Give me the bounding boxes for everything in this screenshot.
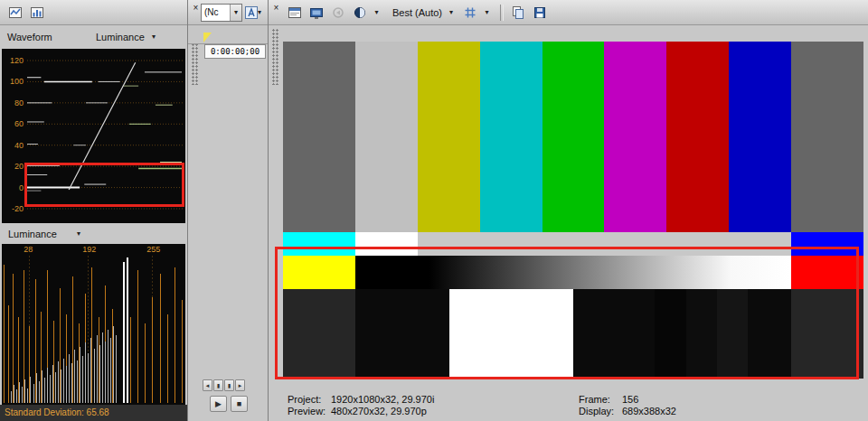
scope-settings-icon	[8, 5, 23, 20]
waveform-scope-display: 120100806040200-20	[2, 49, 185, 223]
status-preview-value: 480x270x32, 29.970p	[331, 406, 427, 416]
histogram-spike	[24, 379, 25, 403]
chevron-down-icon: ▾	[449, 9, 453, 16]
trimmer-ruler[interactable]	[188, 25, 268, 44]
preview-quality-value: Best (Auto)	[392, 7, 442, 18]
histogram-spike	[69, 354, 70, 403]
waveform-mode-dropdown[interactable]: Luminance ▾	[90, 29, 161, 45]
scopes-layout-button[interactable]	[27, 3, 47, 23]
save-snapshot-button[interactable]	[530, 3, 550, 23]
histogram-spike	[11, 391, 12, 403]
external-monitor-button[interactable]	[307, 3, 326, 23]
timecode-display[interactable]: 0:00:00;00	[204, 44, 266, 59]
play-button[interactable]: ▶	[210, 396, 227, 412]
histogram-spike	[4, 265, 5, 403]
histogram-spike	[160, 274, 161, 403]
split-screen-options-arrow[interactable]: ▾	[372, 3, 382, 23]
colorbar-segment	[748, 289, 791, 379]
video-output-fx-button[interactable]	[328, 3, 348, 23]
video-preview-panel: ▾ Best (Auto) ▾ ▾ × Project: 1920x1080x3…	[269, 0, 868, 421]
toolbar-separator	[500, 5, 504, 21]
stop-button[interactable]: ■	[231, 396, 248, 412]
histogram-spike	[182, 300, 183, 403]
scope-layout-icon	[30, 5, 44, 20]
histogram-spike	[39, 381, 40, 403]
histogram-spike	[14, 385, 14, 403]
scopes-settings-button[interactable]	[5, 3, 25, 23]
histogram-plot	[2, 256, 185, 403]
colorbar-segment	[283, 42, 355, 232]
colorbar-segment	[791, 232, 863, 256]
colorbar-segment	[655, 289, 685, 379]
scopes-toolbar	[0, 0, 187, 25]
histogram-spike	[175, 267, 175, 403]
histogram-spike	[123, 262, 125, 403]
waveform-mode-value: Luminance	[96, 32, 145, 42]
colorbar-segment	[791, 256, 863, 289]
svg-text:120: 120	[10, 56, 24, 65]
histogram-scale-label: 255	[146, 245, 160, 254]
split-screen-view-button[interactable]	[350, 3, 370, 23]
histogram-spike	[110, 338, 111, 403]
histogram-header: Luminance ▾	[0, 225, 187, 243]
overlays-options-arrow[interactable]: ▾	[482, 3, 492, 23]
close-icon[interactable]: ×	[191, 3, 201, 13]
histogram-spike	[72, 276, 73, 403]
project-properties-button[interactable]	[285, 3, 305, 23]
colorbar-row	[283, 232, 863, 256]
colorbar-segment	[604, 42, 666, 232]
histogram-spike	[90, 338, 91, 403]
svg-text:40: 40	[14, 141, 24, 150]
project-properties-icon	[288, 5, 302, 20]
colorbar-segment	[686, 289, 717, 379]
histogram-spike	[77, 360, 78, 403]
histogram-spike	[53, 321, 54, 403]
preset-options-button[interactable]: ▾	[245, 4, 261, 22]
status-preview-label: Preview:	[288, 406, 326, 416]
colorbar-segment	[283, 232, 355, 256]
status-display-label: Display:	[579, 406, 614, 416]
colorbar-segment	[729, 42, 791, 232]
histogram-spike	[99, 345, 100, 403]
trimmer-scroll-button[interactable]: ▮	[224, 379, 234, 391]
copy-snapshot-button[interactable]	[508, 3, 528, 23]
histogram-spike	[27, 388, 28, 403]
trimmer-scroll-button[interactable]: ►	[235, 379, 245, 391]
histogram-spike	[30, 377, 31, 403]
colorbar-segment	[666, 42, 729, 232]
application-window: Waveform Luminance ▾ 120100806040200-20 …	[0, 0, 868, 421]
histogram-spike	[44, 378, 45, 403]
status-frame-value: 156	[622, 394, 638, 405]
histogram-spike	[116, 335, 117, 403]
histogram-spike	[58, 361, 59, 403]
preview-quality-dropdown[interactable]: Best (Auto) ▾	[387, 3, 458, 23]
histogram-spike	[82, 356, 83, 403]
waveform-plot: 120100806040200-20	[2, 49, 185, 223]
status-project-value: 1920x1080x32, 29.970i	[331, 394, 434, 405]
histogram-spike	[85, 342, 86, 403]
histogram-spike	[36, 373, 37, 403]
histogram-mode-dropdown[interactable]: Luminance ▾	[3, 226, 86, 242]
histogram-spike	[152, 297, 153, 403]
trimmer-scroll-button[interactable]: ▮	[213, 379, 223, 391]
status-display-value: 689x388x32	[622, 406, 676, 416]
histogram-spike	[47, 368, 48, 403]
dock-grip[interactable]	[272, 29, 278, 85]
colorbar-segment	[573, 289, 655, 379]
svg-text:20: 20	[14, 162, 24, 171]
close-icon[interactable]: ×	[271, 3, 281, 13]
svg-text:100: 100	[10, 77, 24, 86]
chevron-down-icon: ▾	[374, 9, 378, 16]
histogram-spike	[22, 387, 23, 403]
overlays-grid-button[interactable]	[460, 3, 480, 23]
histogram-spike	[113, 326, 114, 403]
colorbar-segment	[791, 289, 863, 379]
svg-text:0: 0	[19, 183, 24, 192]
chevron-down-icon: ▾	[152, 33, 156, 41]
trimmer-scroll-button[interactable]: ◄	[203, 379, 212, 391]
svg-text:-20: -20	[12, 204, 24, 213]
trimmer-panel: (Nc ▾ ▾ × 0:00:00;00 ◄▮▮► ▶ ■	[188, 0, 269, 421]
preset-dropdown[interactable]: (Nc ▾	[201, 4, 242, 22]
histogram-spike	[50, 375, 51, 403]
colorbar-segment	[283, 289, 355, 379]
